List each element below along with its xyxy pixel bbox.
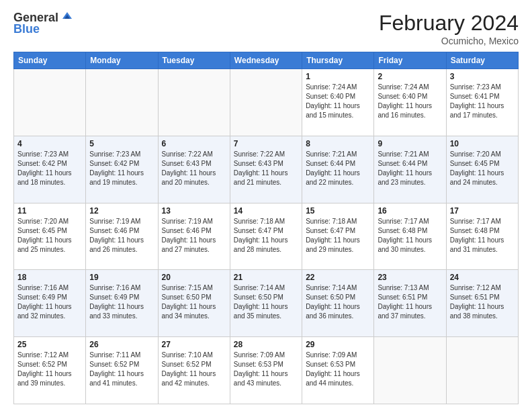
table-row: 7Sunrise: 7:22 AM Sunset: 6:43 PM Daylig… (230, 136, 302, 203)
day-info: Sunrise: 7:23 AM Sunset: 6:41 PM Dayligh… (450, 83, 515, 120)
calendar-week-row: 25Sunrise: 7:12 AM Sunset: 6:52 PM Dayli… (14, 337, 519, 404)
header-monday: Monday (86, 52, 158, 69)
table-row: 24Sunrise: 7:12 AM Sunset: 6:51 PM Dayli… (446, 270, 518, 337)
day-number: 24 (450, 273, 515, 282)
table-row: 16Sunrise: 7:17 AM Sunset: 6:48 PM Dayli… (374, 203, 446, 270)
day-info: Sunrise: 7:21 AM Sunset: 6:44 PM Dayligh… (378, 150, 442, 187)
calendar-table: Sunday Monday Tuesday Wednesday Thursday… (13, 52, 519, 404)
table-row: 19Sunrise: 7:16 AM Sunset: 6:49 PM Dayli… (86, 270, 158, 337)
day-info: Sunrise: 7:10 AM Sunset: 6:52 PM Dayligh… (162, 351, 226, 388)
calendar-week-row: 18Sunrise: 7:16 AM Sunset: 6:49 PM Dayli… (14, 270, 519, 337)
calendar-week-row: 1Sunrise: 7:24 AM Sunset: 6:40 PM Daylig… (14, 69, 519, 136)
month-year: February 2024 (379, 11, 519, 36)
table-row: 18Sunrise: 7:16 AM Sunset: 6:49 PM Dayli… (14, 270, 86, 337)
day-number: 28 (234, 340, 298, 349)
table-row: 15Sunrise: 7:18 AM Sunset: 6:47 PM Dayli… (302, 203, 374, 270)
table-row: 27Sunrise: 7:10 AM Sunset: 6:52 PM Dayli… (158, 337, 230, 404)
location: Ocumicho, Mexico (379, 36, 519, 46)
day-number: 19 (89, 273, 154, 282)
day-number: 3 (450, 72, 515, 81)
calendar-week-row: 11Sunrise: 7:20 AM Sunset: 6:45 PM Dayli… (14, 203, 519, 270)
day-number: 16 (378, 206, 442, 216)
logo-icon (60, 9, 75, 24)
day-info: Sunrise: 7:18 AM Sunset: 6:47 PM Dayligh… (306, 217, 370, 255)
day-number: 15 (306, 206, 370, 216)
table-row: 13Sunrise: 7:19 AM Sunset: 6:46 PM Dayli… (158, 203, 230, 270)
day-number: 7 (234, 139, 298, 148)
day-info: Sunrise: 7:24 AM Sunset: 6:40 PM Dayligh… (306, 83, 370, 120)
table-row: 3Sunrise: 7:23 AM Sunset: 6:41 PM Daylig… (446, 69, 518, 136)
header-wednesday: Wednesday (230, 52, 302, 69)
day-info: Sunrise: 7:22 AM Sunset: 6:43 PM Dayligh… (234, 150, 298, 187)
table-row: 4Sunrise: 7:23 AM Sunset: 6:42 PM Daylig… (14, 136, 86, 203)
day-info: Sunrise: 7:22 AM Sunset: 6:43 PM Dayligh… (162, 150, 226, 187)
day-info: Sunrise: 7:23 AM Sunset: 6:42 PM Dayligh… (89, 150, 154, 187)
day-number: 11 (17, 206, 82, 216)
day-info: Sunrise: 7:16 AM Sunset: 6:49 PM Dayligh… (17, 283, 82, 321)
table-row: 17Sunrise: 7:17 AM Sunset: 6:48 PM Dayli… (446, 203, 518, 270)
day-info: Sunrise: 7:23 AM Sunset: 6:42 PM Dayligh… (17, 150, 82, 187)
day-info: Sunrise: 7:16 AM Sunset: 6:49 PM Dayligh… (89, 283, 154, 321)
day-info: Sunrise: 7:12 AM Sunset: 6:52 PM Dayligh… (17, 351, 82, 388)
table-row: 11Sunrise: 7:20 AM Sunset: 6:45 PM Dayli… (14, 203, 86, 270)
day-number: 27 (162, 340, 226, 349)
day-number: 29 (306, 340, 370, 349)
day-info: Sunrise: 7:19 AM Sunset: 6:46 PM Dayligh… (89, 217, 154, 255)
day-info: Sunrise: 7:14 AM Sunset: 6:50 PM Dayligh… (306, 283, 370, 321)
page: General Blue February 2024 Ocumicho, Mex… (0, 0, 532, 411)
table-row: 5Sunrise: 7:23 AM Sunset: 6:42 PM Daylig… (86, 136, 158, 203)
day-number: 8 (306, 139, 370, 148)
table-row (158, 69, 230, 136)
day-number: 23 (378, 273, 442, 282)
header-saturday: Saturday (446, 52, 518, 69)
table-row: 28Sunrise: 7:09 AM Sunset: 6:53 PM Dayli… (230, 337, 302, 404)
day-number: 22 (306, 273, 370, 282)
day-number: 21 (234, 273, 298, 282)
day-number: 18 (17, 273, 82, 282)
day-number: 20 (162, 273, 226, 282)
header-friday: Friday (374, 52, 446, 69)
table-row: 10Sunrise: 7:20 AM Sunset: 6:45 PM Dayli… (446, 136, 518, 203)
table-row: 21Sunrise: 7:14 AM Sunset: 6:50 PM Dayli… (230, 270, 302, 337)
table-row: 14Sunrise: 7:18 AM Sunset: 6:47 PM Dayli… (230, 203, 302, 270)
day-number: 26 (89, 340, 154, 349)
weekday-header-row: Sunday Monday Tuesday Wednesday Thursday… (14, 52, 519, 69)
day-info: Sunrise: 7:17 AM Sunset: 6:48 PM Dayligh… (450, 217, 515, 255)
day-info: Sunrise: 7:09 AM Sunset: 6:53 PM Dayligh… (234, 351, 298, 388)
title-block: February 2024 Ocumicho, Mexico (379, 11, 519, 46)
table-row (86, 69, 158, 136)
table-row (374, 337, 446, 404)
day-number: 4 (17, 139, 82, 148)
day-info: Sunrise: 7:19 AM Sunset: 6:46 PM Dayligh… (162, 217, 226, 255)
header-tuesday: Tuesday (158, 52, 230, 69)
table-row: 23Sunrise: 7:13 AM Sunset: 6:51 PM Dayli… (374, 270, 446, 337)
day-info: Sunrise: 7:11 AM Sunset: 6:52 PM Dayligh… (89, 351, 154, 388)
top-bar: General Blue February 2024 Ocumicho, Mex… (13, 11, 519, 46)
table-row: 25Sunrise: 7:12 AM Sunset: 6:52 PM Dayli… (14, 337, 86, 404)
logo-blue: Blue (13, 22, 40, 36)
table-row (230, 69, 302, 136)
day-info: Sunrise: 7:15 AM Sunset: 6:50 PM Dayligh… (162, 283, 226, 321)
day-info: Sunrise: 7:09 AM Sunset: 6:53 PM Dayligh… (306, 351, 370, 388)
day-number: 5 (89, 139, 154, 148)
header-sunday: Sunday (14, 52, 86, 69)
day-info: Sunrise: 7:24 AM Sunset: 6:40 PM Dayligh… (378, 83, 442, 120)
day-info: Sunrise: 7:14 AM Sunset: 6:50 PM Dayligh… (234, 283, 298, 321)
day-number: 9 (378, 139, 442, 148)
table-row: 22Sunrise: 7:14 AM Sunset: 6:50 PM Dayli… (302, 270, 374, 337)
day-info: Sunrise: 7:13 AM Sunset: 6:51 PM Dayligh… (378, 283, 442, 321)
table-row: 9Sunrise: 7:21 AM Sunset: 6:44 PM Daylig… (374, 136, 446, 203)
table-row (446, 337, 518, 404)
table-row: 26Sunrise: 7:11 AM Sunset: 6:52 PM Dayli… (86, 337, 158, 404)
day-info: Sunrise: 7:17 AM Sunset: 6:48 PM Dayligh… (378, 217, 442, 255)
logo: General Blue (13, 11, 75, 36)
table-row: 2Sunrise: 7:24 AM Sunset: 6:40 PM Daylig… (374, 69, 446, 136)
day-number: 2 (378, 72, 442, 81)
day-number: 12 (89, 206, 154, 216)
day-number: 1 (306, 72, 370, 81)
table-row: 29Sunrise: 7:09 AM Sunset: 6:53 PM Dayli… (302, 337, 374, 404)
table-row: 1Sunrise: 7:24 AM Sunset: 6:40 PM Daylig… (302, 69, 374, 136)
table-row (14, 69, 86, 136)
header-thursday: Thursday (302, 52, 374, 69)
table-row: 6Sunrise: 7:22 AM Sunset: 6:43 PM Daylig… (158, 136, 230, 203)
